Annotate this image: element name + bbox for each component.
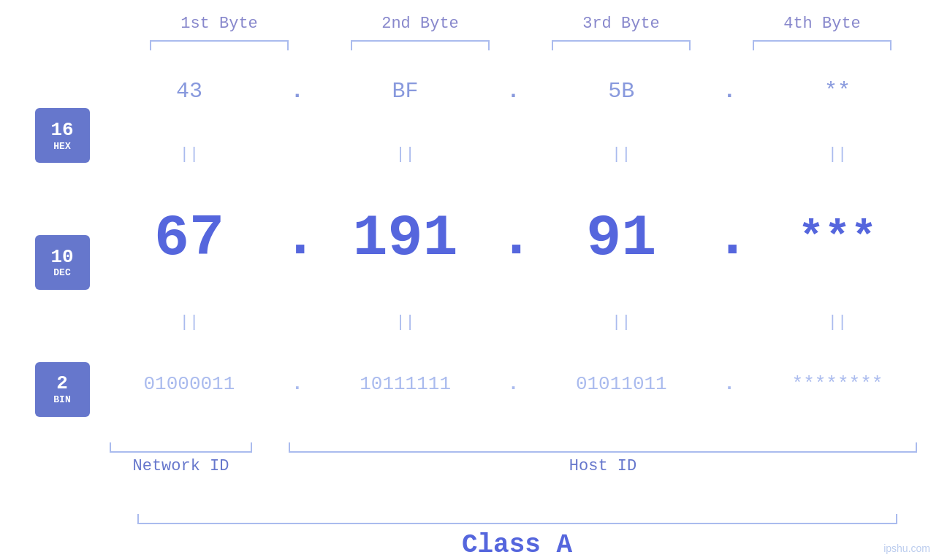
class-bracket bbox=[137, 514, 897, 524]
dec-b2: 191 bbox=[325, 205, 486, 272]
eq1-b3: || bbox=[541, 145, 702, 164]
bin-dot3: . bbox=[715, 375, 744, 394]
class-section: Class A bbox=[137, 514, 897, 560]
host-id-bracket bbox=[289, 442, 917, 453]
dec-dot3: . bbox=[715, 209, 744, 267]
byte1-label: 1st Byte bbox=[139, 15, 300, 33]
eq1-b4: || bbox=[757, 145, 918, 164]
byte2-label: 2nd Byte bbox=[340, 15, 501, 33]
bin-b2: 10111111 bbox=[325, 373, 486, 395]
dec-dot1: . bbox=[283, 209, 312, 267]
eq1-b1: || bbox=[109, 145, 270, 164]
eq2-b3: || bbox=[541, 313, 702, 331]
hex-badge: 16 HEX bbox=[35, 108, 90, 163]
equals-row-1: || || || || bbox=[102, 145, 924, 164]
dec-badge-label: DEC bbox=[53, 267, 70, 278]
bracket-1 bbox=[150, 40, 289, 50]
dec-dot2: . bbox=[498, 209, 528, 267]
bin-badge: 2 BIN bbox=[35, 362, 90, 417]
bin-badge-num: 2 bbox=[56, 373, 68, 394]
bin-row: 01000011 . 10111111 . 01011011 . *******… bbox=[102, 373, 924, 395]
dec-b1: 67 bbox=[109, 205, 270, 272]
host-id-section: Host ID bbox=[289, 442, 917, 475]
eq1-b2: || bbox=[325, 145, 486, 164]
hex-dot3: . bbox=[715, 80, 744, 102]
eq2-b1: || bbox=[109, 313, 270, 331]
dec-b3: 91 bbox=[541, 205, 702, 272]
bin-dot1: . bbox=[283, 375, 312, 394]
bin-b4: ******** bbox=[757, 373, 918, 395]
equals-row-2: || || || || bbox=[102, 313, 924, 331]
class-label-container: Class A bbox=[137, 530, 897, 560]
hex-badge-label: HEX bbox=[53, 141, 70, 152]
network-id-bracket bbox=[110, 442, 252, 453]
bin-badge-label: BIN bbox=[53, 394, 70, 405]
hex-b3: 5B bbox=[541, 79, 702, 104]
dec-b4: *** bbox=[757, 213, 918, 263]
hex-dot2: . bbox=[498, 80, 528, 102]
bin-b3: 01011011 bbox=[541, 373, 702, 395]
dec-badge-num: 10 bbox=[50, 247, 73, 268]
top-brackets bbox=[119, 40, 923, 50]
byte4-label: 4th Byte bbox=[742, 15, 902, 33]
hex-b1: 43 bbox=[109, 79, 270, 104]
bracket-4 bbox=[753, 40, 892, 50]
network-id-label: Network ID bbox=[132, 457, 229, 475]
eq2-b4: || bbox=[757, 313, 918, 331]
bracket-2 bbox=[351, 40, 490, 50]
watermark: ipshu.com bbox=[883, 542, 930, 554]
eq2-b2: || bbox=[325, 313, 486, 331]
main-container: 1st Byte 2nd Byte 3rd Byte 4th Byte 16 H… bbox=[0, 0, 939, 560]
dec-row: 67 . 191 . 91 . *** bbox=[102, 205, 924, 272]
class-label: Class A bbox=[462, 530, 572, 560]
hex-b2: BF bbox=[325, 79, 486, 104]
byte-headers: 1st Byte 2nd Byte 3rd Byte 4th Byte bbox=[119, 15, 923, 33]
network-id-section: Network ID bbox=[102, 442, 259, 475]
badges-column: 16 HEX 10 DEC 2 BIN bbox=[0, 58, 102, 511]
host-id-label: Host ID bbox=[569, 457, 636, 475]
hex-row: 43 . BF . 5B . ** bbox=[102, 79, 924, 104]
byte3-label: 3rd Byte bbox=[541, 15, 702, 33]
hex-dot1: . bbox=[283, 80, 312, 102]
bin-dot2: . bbox=[498, 375, 528, 394]
bracket-3 bbox=[552, 40, 691, 50]
bottom-brackets-area: Network ID Host ID bbox=[102, 442, 917, 475]
hex-badge-num: 16 bbox=[50, 120, 73, 141]
hex-b4: ** bbox=[757, 79, 918, 104]
bin-b1: 01000011 bbox=[109, 373, 270, 395]
dec-badge: 10 DEC bbox=[35, 235, 90, 290]
